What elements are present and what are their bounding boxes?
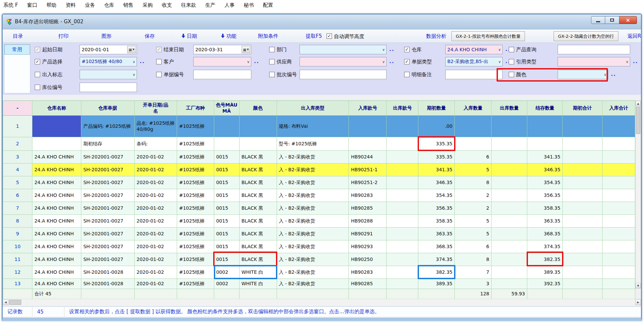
table-cell[interactable]: SH-202001-0028 <box>81 266 135 279</box>
minimize-button[interactable] <box>591 16 605 24</box>
table-cell[interactable] <box>240 137 277 151</box>
table-cell[interactable]: 341.35 <box>527 151 563 164</box>
column-header[interactable]: 工厂布种 <box>177 101 214 116</box>
filter-checkbox[interactable] <box>509 47 514 52</box>
table-cell[interactable] <box>349 289 387 299</box>
table-cell[interactable]: 341.35 <box>418 164 455 176</box>
table-cell[interactable] <box>349 116 387 137</box>
table-cell[interactable] <box>603 289 635 299</box>
table-cell[interactable] <box>603 202 635 215</box>
table-cell[interactable] <box>603 164 635 176</box>
table-cell[interactable] <box>214 116 240 137</box>
menu-item[interactable]: 窗口 <box>27 2 37 8</box>
return-link[interactable]: 返回R <box>627 33 641 39</box>
table-cell[interactable] <box>135 289 177 299</box>
filter-checkbox[interactable] <box>404 72 410 77</box>
table-cell[interactable]: 368.35 <box>418 240 455 253</box>
more-options-dots[interactable]: .. <box>611 71 616 77</box>
menu-item[interactable]: 配置 <box>263 2 273 8</box>
table-row[interactable]: 1224.A KHO CHINHSH-202001-00282020-01-02… <box>3 266 635 279</box>
scroll-left-button[interactable]: ◀ <box>3 299 8 305</box>
table-cell[interactable]: 24.A KHO CHINH <box>32 215 81 228</box>
table-cell[interactable] <box>492 202 527 215</box>
table-cell[interactable]: 8 <box>455 176 492 189</box>
table-cell[interactable]: HB90291 <box>349 228 387 240</box>
table-cell[interactable]: 2020-01-02 <box>135 240 177 253</box>
scroll-right-button[interactable]: ▶ <box>635 299 641 305</box>
column-header[interactable]: 出库数量 <box>492 101 527 116</box>
column-header[interactable]: 仓库名称 <box>32 101 81 116</box>
table-cell[interactable]: 24.A KHO CHINH <box>32 176 81 189</box>
table-cell[interactable]: 389.35 <box>527 266 563 279</box>
column-header[interactable]: 结存数量 <box>527 101 563 116</box>
table-cell[interactable]: BLACK 黑 <box>240 215 277 228</box>
table-cell[interactable]: 2020-01-02 <box>135 176 177 189</box>
table-cell[interactable]: 0015 <box>214 151 240 164</box>
table-cell[interactable]: BLACK 黑 <box>240 164 277 176</box>
table-row[interactable]: 1124.A KHO CHINHSH-202001-00272020-01-02… <box>3 253 635 266</box>
table-cell[interactable] <box>492 189 527 202</box>
table-cell[interactable] <box>492 266 527 279</box>
menu-item[interactable]: 往来款 <box>181 2 196 8</box>
filter-checkbox[interactable] <box>156 59 162 64</box>
table-cell[interactable] <box>603 116 635 137</box>
toolbar-link[interactable]: 提取F5 <box>306 33 322 39</box>
filter-checkbox[interactable] <box>156 72 162 77</box>
table-row[interactable]: 合计 4512859.93 <box>3 289 635 299</box>
table-cell[interactable]: SH-202001-0027 <box>81 151 135 164</box>
table-cell[interactable]: HB90283 <box>349 266 387 279</box>
table-cell[interactable] <box>240 289 277 299</box>
row-number-cell[interactable]: 11 <box>3 253 32 266</box>
table-cell[interactable]: BLACK 黑 <box>240 228 277 240</box>
table-cell[interactable]: 2020-01-02 <box>135 202 177 215</box>
menu-item[interactable]: 生产 <box>205 2 215 8</box>
row-number-cell[interactable]: 12 <box>3 266 32 279</box>
table-cell[interactable] <box>527 289 563 299</box>
filter-field-date[interactable]: 2020-03-31▦▼ <box>193 45 251 54</box>
table-cell[interactable]: 2020-01-02 <box>135 279 177 289</box>
table-cell[interactable] <box>455 137 492 151</box>
toolbar-link[interactable]: 打印 <box>58 33 68 39</box>
menu-item[interactable]: 资料 <box>65 2 76 8</box>
table-cell[interactable]: #1025纸褲 <box>177 137 214 151</box>
auto-height-checkbox[interactable]: ✓ <box>327 33 332 39</box>
table-cell[interactable]: 335.35 <box>418 137 455 151</box>
table-cell[interactable] <box>387 151 418 164</box>
table-cell[interactable] <box>603 266 635 279</box>
table-cell[interactable] <box>527 116 563 137</box>
table-cell[interactable]: 24.A KHO CHINH <box>32 266 81 279</box>
filter-field-select[interactable]: 24.A KHO CHINH∨ <box>445 45 503 54</box>
table-cell[interactable]: #1025纸褲 <box>177 189 214 202</box>
table-cell[interactable]: 合计 45 <box>32 289 81 299</box>
table-cell[interactable]: HB90285 <box>349 202 387 215</box>
filter-checkbox[interactable]: ✓ <box>156 47 162 52</box>
table-cell[interactable]: 产品编码: #1025纸褲 <box>81 116 135 137</box>
table-cell[interactable] <box>177 289 214 299</box>
filter-field-select[interactable]: #1025纸褲 40/80∨ <box>80 57 137 66</box>
vertical-scrollbar[interactable]: ▲ ▼ <box>635 100 641 289</box>
table-cell[interactable]: 0002 <box>214 279 240 289</box>
table-cell[interactable] <box>492 240 527 253</box>
table-cell[interactable]: #1025纸褲 <box>177 151 214 164</box>
filter-checkbox[interactable] <box>269 72 275 77</box>
table-cell[interactable] <box>563 266 603 279</box>
table-cell[interactable]: SH-202001-0027 <box>81 228 135 240</box>
table-cell[interactable]: 0015 <box>214 176 240 189</box>
table-row[interactable]: 824.A KHO CHINHSH-202001-00272020-01-02#… <box>3 215 635 228</box>
table-cell[interactable]: 入 - B2-采购收货 <box>277 266 349 279</box>
table-cell[interactable] <box>387 202 418 215</box>
scroll-down-button[interactable]: ▼ <box>636 283 641 288</box>
row-number-cell[interactable]: 4 <box>3 164 32 176</box>
column-header[interactable]: 出入库类型 <box>277 101 349 116</box>
column-header[interactable]: - <box>3 101 32 116</box>
filter-field-input[interactable] <box>300 70 387 79</box>
table-cell[interactable] <box>387 189 418 202</box>
table-cell[interactable]: HB90244 <box>349 151 387 164</box>
table-cell[interactable]: 0002 <box>214 266 240 279</box>
table-cell[interactable] <box>32 116 81 137</box>
table-cell[interactable]: BLACK 黑 <box>240 176 277 189</box>
table-row[interactable]: 924.A KHO CHINHSH-202001-00272020-01-02#… <box>3 228 635 240</box>
table-cell[interactable]: 346.35 <box>527 164 563 176</box>
gx22-button[interactable]: GX-2-2-隐藏合计数为空的行 <box>554 31 618 41</box>
filter-checkbox[interactable]: ✓ <box>404 47 410 52</box>
